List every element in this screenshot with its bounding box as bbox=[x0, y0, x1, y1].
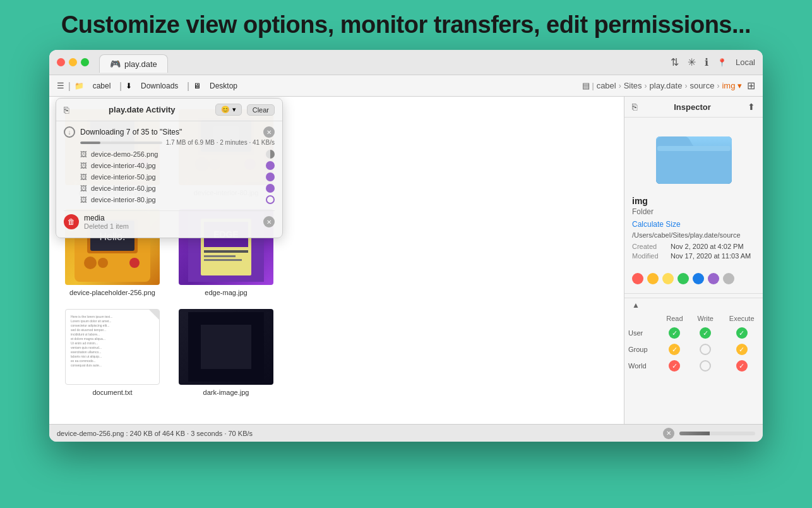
file-name: device-placeholder-256.png bbox=[69, 289, 155, 296]
toolbar-sep: | bbox=[68, 81, 71, 91]
inspector-expand-icon[interactable]: ⬆ bbox=[748, 102, 755, 112]
grid-view-icon[interactable]: ⊞ bbox=[747, 80, 755, 92]
active-tab[interactable]: 🎮 play.date bbox=[99, 54, 168, 73]
breadcrumb-img[interactable]: img ▾ bbox=[722, 81, 742, 90]
breadcrumb-cabel[interactable]: cabel bbox=[597, 81, 616, 90]
activity-header: ⎘ play.date Activity 😊▾ Clear bbox=[56, 99, 282, 121]
progress-info: 1.7 MB of 6.9 MB · 2 minutes · 41 KB/s bbox=[166, 139, 275, 146]
breadcrumb-sites[interactable]: Sites bbox=[624, 81, 642, 90]
status-text: device-demo-256.png : 240 KB of 464 KB ·… bbox=[57, 430, 658, 437]
progress-bar bbox=[80, 142, 162, 144]
svg-point-20 bbox=[98, 258, 108, 268]
modified-value: Nov 17, 2020 at 11:03 AM bbox=[671, 252, 751, 260]
perm-group-read[interactable]: ✓ bbox=[659, 341, 690, 358]
headline: Customize view options, monitor transfer… bbox=[61, 11, 751, 39]
window: 🎮 play.date ⇅ ✳ ℹ 📍 Local ☰ | 📁 cabel | … bbox=[49, 50, 763, 442]
toolbar-sep3: | bbox=[187, 81, 189, 91]
perm-row-user: User ✓ ✓ ✓ bbox=[624, 325, 763, 341]
status-full-4 bbox=[266, 184, 275, 193]
breadcrumb-desktop[interactable]: Desktop bbox=[205, 80, 242, 92]
sidebar-toggle-icon[interactable]: ☰ bbox=[57, 81, 64, 90]
info-icon[interactable]: ℹ bbox=[705, 56, 708, 68]
perm-group-write[interactable] bbox=[690, 341, 720, 358]
toolbar-sep2: | bbox=[119, 81, 122, 91]
file-icon-3: 🖼 bbox=[80, 173, 87, 181]
folder-icon-large bbox=[656, 124, 732, 187]
maximize-button[interactable] bbox=[81, 58, 89, 66]
breadcrumb-playdate[interactable]: play.date bbox=[650, 81, 683, 90]
color-dot-orange[interactable] bbox=[647, 273, 659, 284]
inspector-copy-icon[interactable]: ⎘ bbox=[632, 102, 637, 112]
perm-world-label: World bbox=[624, 358, 659, 374]
color-dot-red[interactable] bbox=[632, 273, 643, 284]
color-dot-green[interactable] bbox=[678, 273, 689, 284]
color-dot-purple[interactable] bbox=[708, 273, 719, 284]
media-name: media bbox=[84, 214, 258, 222]
created-label: Created bbox=[632, 243, 667, 250]
activity-title: play.date Activity bbox=[74, 105, 210, 114]
close-button[interactable] bbox=[57, 58, 65, 66]
color-dot-gray[interactable] bbox=[723, 273, 734, 284]
breadcrumb-cabel-toolbar[interactable]: cabel bbox=[88, 80, 116, 92]
color-dot-blue[interactable] bbox=[693, 273, 704, 284]
breadcrumb-sep0: | bbox=[592, 82, 594, 90]
inspector-calculate-link[interactable]: Calculate Size bbox=[632, 220, 755, 229]
perm-user-read[interactable]: ✓ bbox=[659, 325, 690, 341]
activity-icon[interactable]: ✳ bbox=[688, 56, 696, 68]
svg-rect-33 bbox=[657, 146, 731, 183]
svg-point-19 bbox=[84, 257, 97, 269]
status-progress-bar bbox=[679, 432, 755, 435]
desktop-icon: 🖥 bbox=[193, 82, 201, 90]
file-browser[interactable]: 🏃 device-demo-256.png bbox=[49, 97, 624, 424]
perm-user-execute[interactable]: ✓ bbox=[720, 325, 763, 341]
activity-clear-button[interactable]: Clear bbox=[247, 104, 275, 116]
perm-group-execute[interactable]: ✓ bbox=[720, 341, 763, 358]
permissions-table: Read Write Execute User ✓ ✓ ✓ bbox=[624, 312, 763, 374]
perm-row-world: World ✓ ✓ bbox=[624, 358, 763, 374]
transfer-name-3: device-interior-50.jpg bbox=[91, 173, 262, 181]
list-item[interactable]: dark-image.jpg bbox=[176, 309, 277, 396]
media-delete-icon: 🗑 bbox=[64, 214, 79, 229]
media-item: 🗑 media Deleted 1 item ✕ bbox=[64, 210, 275, 233]
transfer-item-4: 🖼 device-interior-60.jpg bbox=[80, 183, 275, 194]
transfer-icon[interactable]: ⇅ bbox=[671, 56, 679, 68]
activity-body: ↓ Downloading 7 of 35 to "Sites" ✕ 1.7 M… bbox=[56, 121, 282, 238]
activity-copy-icon[interactable]: ⎘ bbox=[64, 105, 69, 115]
statusbar: device-demo-256.png : 240 KB of 464 KB ·… bbox=[49, 424, 763, 442]
activity-segmented[interactable]: 😊▾ bbox=[215, 104, 242, 116]
transfer-item-3: 🖼 device-interior-50.jpg bbox=[80, 171, 275, 183]
color-dots-row bbox=[632, 273, 755, 284]
perm-world-read[interactable]: ✓ bbox=[659, 358, 690, 374]
transfer-name-2: device-interior-40.jpg bbox=[91, 162, 262, 169]
file-icon-5: 🖼 bbox=[80, 196, 87, 203]
download-close-btn[interactable]: ✕ bbox=[263, 126, 275, 138]
perm-user-write[interactable]: ✓ bbox=[690, 325, 720, 341]
breadcrumb: ▤ | cabel › Sites › play.date › source ›… bbox=[582, 81, 743, 90]
main-area: 🏃 device-demo-256.png bbox=[49, 97, 763, 424]
location-icon[interactable]: 📍 bbox=[717, 58, 727, 67]
inspector-header: ⎘ Inspector ⬆ bbox=[624, 97, 763, 118]
perm-world-execute[interactable]: ✓ bbox=[720, 358, 763, 374]
minimize-button[interactable] bbox=[69, 58, 77, 66]
breadcrumb-downloads[interactable]: Downloads bbox=[136, 80, 183, 92]
transfer-name-5: device-interior-80.jpg bbox=[91, 196, 262, 203]
perm-user-label: User bbox=[624, 325, 659, 341]
inspector-panel: ⎘ Inspector ⬆ bbox=[624, 97, 763, 424]
permissions-chevron[interactable]: ▲ bbox=[632, 301, 640, 310]
transfer-name-1: device-demo-256.png bbox=[91, 150, 262, 158]
toolbar-right: ▤ | cabel › Sites › play.date › source ›… bbox=[582, 80, 756, 92]
list-item[interactable]: Here is the lorem ipsum text...Lorem ips… bbox=[62, 309, 163, 396]
download-arrow-icon: ↓ bbox=[64, 126, 75, 138]
breadcrumb-sep1: › bbox=[619, 82, 621, 90]
color-dot-yellow[interactable] bbox=[662, 273, 674, 284]
perm-world-write[interactable] bbox=[690, 358, 720, 374]
download-item: ↓ Downloading 7 of 35 to "Sites" ✕ 1.7 M… bbox=[64, 126, 275, 205]
file-thumbnail: Here is the lorem ipsum text...Lorem ips… bbox=[65, 309, 160, 385]
media-close-btn[interactable]: ✕ bbox=[263, 216, 275, 227]
downloads-icon: ⬇ bbox=[126, 82, 132, 90]
transfer-item-5: 🖼 device-interior-80.jpg bbox=[80, 194, 275, 205]
inspector-section: img Folder Calculate Size /Users/cabel/S… bbox=[624, 196, 763, 268]
status-close-btn[interactable]: ✕ bbox=[663, 428, 674, 439]
toolbar: ☰ | 📁 cabel | ⬇ Downloads | 🖥 Desktop ▤ … bbox=[49, 75, 763, 97]
breadcrumb-source[interactable]: source bbox=[690, 81, 714, 90]
